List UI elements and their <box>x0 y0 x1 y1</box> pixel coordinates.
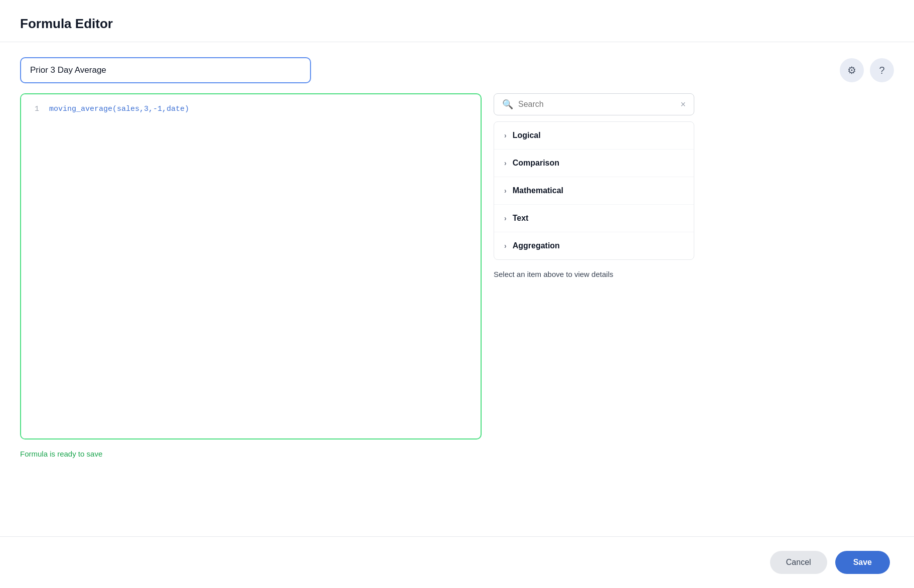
save-button[interactable]: Save <box>835 551 890 574</box>
settings-button[interactable]: ⚙ <box>840 58 864 82</box>
chevron-text-icon: › <box>504 214 507 222</box>
search-clear-button[interactable]: × <box>680 100 686 109</box>
header-icons: ⚙ ? <box>840 58 894 82</box>
category-comparison-label: Comparison <box>513 159 559 168</box>
category-aggregation[interactable]: › Aggregation <box>494 232 694 259</box>
status-text: Formula is ready to save <box>20 450 102 458</box>
category-text[interactable]: › Text <box>494 205 694 232</box>
search-box: 🔍 × <box>494 93 694 115</box>
page-container: Formula Editor ⚙ ? 1 moving_average(sale <box>0 0 914 588</box>
header: Formula Editor <box>0 0 914 42</box>
details-hint: Select an item above to view details <box>494 270 694 278</box>
code-text: moving_average(sales,3,-1,date) <box>49 105 189 113</box>
chevron-mathematical-icon: › <box>504 187 507 195</box>
line-numbers: 1 <box>21 94 45 438</box>
code-editor-container: 1 moving_average(sales,3,-1,date) <box>20 93 482 439</box>
footer: Cancel Save <box>0 537 914 588</box>
category-logical[interactable]: › Logical <box>494 122 694 150</box>
line-number-1: 1 <box>35 105 39 113</box>
name-row: ⚙ ? <box>20 57 894 83</box>
formula-name-input[interactable] <box>20 57 311 83</box>
help-icon: ? <box>879 65 884 76</box>
editor-panel: 1 moving_average(sales,3,-1,date) 🔍 × › <box>20 93 894 439</box>
category-logical-label: Logical <box>513 131 541 140</box>
help-button[interactable]: ? <box>870 58 894 82</box>
page-title: Formula Editor <box>20 16 894 32</box>
cancel-button[interactable]: Cancel <box>770 551 827 574</box>
clear-icon: × <box>680 99 686 109</box>
category-comparison[interactable]: › Comparison <box>494 150 694 177</box>
chevron-aggregation-icon: › <box>504 242 507 250</box>
function-list: › Logical › Comparison › Mathematical › … <box>494 121 694 260</box>
spacer <box>0 474 914 537</box>
code-content[interactable]: moving_average(sales,3,-1,date) <box>45 94 481 438</box>
main-content: ⚙ ? 1 moving_average(sales,3,-1,date) 🔍 <box>0 42 914 474</box>
sidebar-panel: 🔍 × › Logical › Comparison <box>494 93 694 439</box>
chevron-comparison-icon: › <box>504 159 507 167</box>
status-row: Formula is ready to save <box>20 450 894 459</box>
code-editor-inner: 1 moving_average(sales,3,-1,date) <box>21 94 481 438</box>
gear-icon: ⚙ <box>847 64 856 76</box>
search-icon: 🔍 <box>502 99 513 110</box>
category-mathematical-label: Mathematical <box>513 186 563 195</box>
search-input[interactable] <box>518 100 675 109</box>
category-aggregation-label: Aggregation <box>513 241 560 250</box>
category-text-label: Text <box>513 214 529 223</box>
category-mathematical[interactable]: › Mathematical <box>494 177 694 205</box>
chevron-logical-icon: › <box>504 131 507 139</box>
